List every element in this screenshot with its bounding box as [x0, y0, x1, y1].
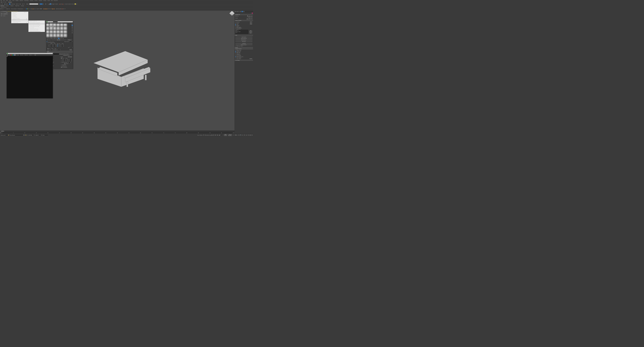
none-button[interactable]: None [249, 33, 253, 34]
minimize-button[interactable]: – [68, 21, 70, 22]
x9-icon[interactable]: x⁹ [76, 3, 78, 5]
menu-phoenix-fd[interactable]: Phoenix FD [54, 0, 58, 1]
menu-help[interactable]: Help [51, 0, 52, 1]
x1-icon[interactable]: x¹ [64, 3, 66, 5]
zoom-all-icon[interactable]: ⊡ [248, 134, 249, 136]
tool2-26[interactable]: ⊙ [35, 8, 36, 10]
materials-submenu[interactable]: Enable TransparencyShaded Materials with… [28, 21, 45, 32]
select-by-mtl-icon[interactable]: ⬚ [72, 31, 73, 32]
tool2-36[interactable]: ⟲ [49, 8, 50, 10]
tool2-39[interactable]: 🔥 [54, 8, 55, 10]
tool2-44[interactable]: ◓ [60, 8, 61, 10]
color-swatches[interactable] [235, 13, 253, 14]
rotate-button[interactable]: Rotate [69, 49, 72, 51]
render-setup-icon[interactable]: 🫖 [59, 3, 61, 5]
go-parent-icon[interactable]: ⬑ [61, 38, 62, 39]
material-slot-7[interactable] [50, 27, 53, 31]
material-slot-0[interactable] [46, 24, 50, 27]
material-slot-2[interactable] [54, 24, 57, 27]
tool2-32[interactable]: 🔥 [43, 8, 44, 10]
use-center-icon[interactable]: · [24, 3, 25, 5]
isolate-icon[interactable]: ▣ [23, 134, 25, 136]
select-manip-icon[interactable]: ✦ [26, 3, 27, 5]
material-editor-icon[interactable]: ● [57, 3, 58, 5]
show-in-vp-icon[interactable]: ▦ [58, 38, 60, 39]
placement-icon[interactable]: ⬇ [20, 3, 21, 5]
hide-selected-button[interactable]: Hide Selected [235, 36, 252, 38]
selection-level-dd[interactable]: All [0, 2, 6, 3]
tool2-11[interactable]: ◍ [15, 8, 16, 10]
selection-set-dd[interactable]: Create Selection Set ▾ [30, 4, 38, 5]
me-menu-modes[interactable]: Modes [47, 23, 49, 23]
apply-crop[interactable] [60, 57, 61, 57]
adaptive-degrade-icon[interactable]: ⊞ [203, 134, 204, 136]
keyboard-shortcut-icon[interactable]: ⌨ [27, 3, 28, 5]
material-slot-6[interactable] [46, 27, 50, 31]
maximize-button[interactable]: ▢ [70, 21, 71, 22]
prev-frame-button[interactable]: ◀ [213, 134, 215, 136]
prompt-line[interactable] [10, 134, 23, 136]
u-tiling[interactable] [53, 44, 56, 45]
menu-item-override-off[interactable]: ✓Override Off [28, 27, 45, 29]
backlight-icon[interactable]: ◐ [72, 24, 73, 25]
zoom-extents-icon[interactable]: ⤢ [242, 134, 244, 136]
use-real-world[interactable] [47, 42, 47, 43]
hide-by-hit-button[interactable]: Hide by Hit [235, 41, 252, 42]
material-slot-17[interactable] [64, 31, 67, 34]
material-slot-19[interactable] [50, 34, 53, 38]
freeze-rollup[interactable]: Freeze [235, 47, 253, 48]
menu-item-materials[interactable]: Materials▸ [11, 19, 28, 20]
coord-y[interactable] [35, 134, 41, 136]
material-slot-9[interactable] [57, 27, 60, 31]
shading-menu[interactable]: High QualityShift+F3StandardPerformanceD… [11, 12, 28, 23]
command-panel[interactable]: ✚ ◧ ⇲ ◉ ▤ 🔧 Display Color Wireframe:Obje… [235, 11, 253, 132]
green-channel[interactable] [12, 55, 13, 56]
mat-id-icon[interactable]: 0⃣ [57, 38, 58, 39]
menu-item-per-view-presets[interactable]: Per-View Presets▸ [11, 22, 28, 23]
material-slot-13[interactable] [50, 31, 53, 34]
unhide-by-name-button[interactable]: Unhide by Name... [235, 44, 252, 46]
ref-coord-icon[interactable]: ⊞ [22, 3, 24, 5]
menu-item-override-with-rendering-setting[interactable]: Override with Rendering Setting [28, 31, 45, 32]
noise-rollup[interactable]: Noise [46, 51, 73, 52]
goto-start-button[interactable]: ⏮ [211, 134, 213, 136]
tool2-24[interactable]: 🔥 [32, 8, 34, 10]
material-slot-22[interactable] [60, 34, 64, 38]
menu-content[interactable]: Content [47, 0, 50, 1]
menu-item-high-quality[interactable]: High QualityShift+F3 [11, 12, 28, 13]
edit-named-sel-icon[interactable]: ☰ [45, 3, 46, 5]
v-tiling[interactable] [53, 46, 56, 47]
tool2-13[interactable]: ◔ [18, 8, 19, 10]
key-filters-button[interactable]: Key Filters... [228, 135, 232, 136]
material-editor-title[interactable]: Material Editor hid – ▢ ✕ [46, 21, 73, 22]
none-button[interactable]: None [250, 23, 253, 24]
sample-uv-icon[interactable]: ▤ [72, 26, 73, 27]
x3-icon[interactable]: x³ [67, 3, 69, 5]
curve-editor-icon[interactable]: 〰 [54, 3, 56, 5]
x4-icon[interactable]: x⁴ [69, 3, 70, 5]
assign-to-sel-icon[interactable]: ⬆ [50, 38, 51, 39]
material-slot-11[interactable] [64, 27, 67, 31]
tool2-41[interactable]: ◐ [56, 8, 57, 10]
menu-item-viewport-global-settings[interactable]: Viewport Global Settings [11, 21, 28, 22]
blur-offset[interactable] [57, 49, 60, 50]
map-name-field[interactable]: Map #166 [51, 39, 66, 41]
display-tab[interactable]: ▤ [242, 11, 243, 12]
motion-tab[interactable]: ◉ [240, 11, 241, 12]
material-slot-15[interactable] [57, 31, 60, 34]
v-offset[interactable] [50, 46, 52, 47]
menu-customize[interactable]: Customize [39, 0, 42, 1]
put-to-scene-icon[interactable]: ↗ [48, 38, 50, 39]
tool2-29[interactable]: ⏹ [40, 8, 41, 10]
render-prod-icon[interactable]: 🫖 [62, 3, 64, 5]
time-knob[interactable]: 0 / 100 [0, 131, 4, 132]
menu-item-override-with-fast-shader[interactable]: Override with Fast Shader [28, 30, 45, 31]
tool2-45[interactable]: 🫖 [61, 8, 63, 10]
modify-tab[interactable]: ◧ [236, 11, 238, 12]
remove-button[interactable]: Remove [249, 31, 253, 32]
x7-icon[interactable]: x⁷ [73, 3, 74, 5]
display-properties-rollup[interactable]: Display Properties [235, 48, 253, 49]
tool2-43[interactable]: ◒ [58, 8, 60, 10]
menu-item-realistic-materials-without-maps[interactable]: Realistic Materials without Maps [28, 24, 45, 26]
tool2-47[interactable]: ○ [64, 8, 66, 10]
